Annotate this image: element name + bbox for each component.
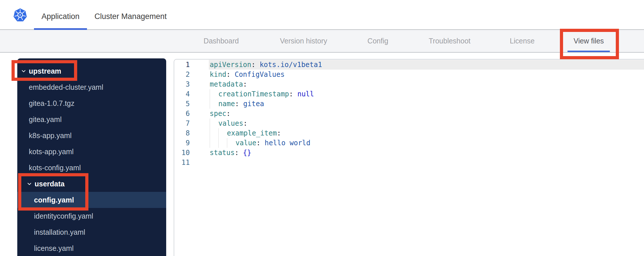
line-number: 5 — [174, 99, 209, 109]
kubernetes-logo — [13, 8, 27, 22]
yaml-key: apiVersion — [210, 61, 251, 69]
tree-item-label: installation.yaml — [34, 228, 85, 236]
tree-folder-userdata[interactable]: userdata — [17, 176, 166, 192]
line-number: 9 — [174, 138, 209, 148]
punctuation: : — [235, 100, 243, 108]
tree-file-license-yaml[interactable]: license.yaml — [17, 240, 166, 256]
header-tab-application[interactable]: Application — [34, 3, 87, 30]
indent-guide — [210, 119, 218, 128]
indent-guide — [210, 128, 218, 138]
tree-file-kots-config-yaml[interactable]: kots-config.yaml — [17, 160, 166, 176]
chevron-down-icon — [27, 181, 32, 186]
line-number: 7 — [174, 119, 209, 128]
header-tab-bar: ApplicationCluster Management — [34, 3, 174, 30]
tree-item-label: gitea.yaml — [29, 115, 62, 124]
code-line[interactable]: 10status: {} — [174, 148, 644, 158]
tree-file-installation-yaml[interactable]: installation.yaml — [17, 224, 166, 240]
tree-file-gitea-1-0-7-tgz[interactable]: gitea-1.0.7.tgz — [17, 95, 166, 111]
code-line[interactable]: 3metadata: — [174, 79, 644, 89]
nav-tab-dashboard[interactable]: Dashboard — [198, 30, 245, 52]
code-line-content: spec: — [209, 109, 644, 119]
tree-file-config-yaml[interactable]: config.yaml — [17, 192, 166, 208]
punctuation: : — [243, 80, 247, 88]
yaml-key: value — [236, 139, 256, 147]
tree-item-label: gitea-1.0.7.tgz — [29, 99, 74, 108]
file-tree-sidebar: upstreamembedded-cluster.yamlgitea-1.0.7… — [17, 58, 166, 256]
tree-file-k8s-app-yaml[interactable]: k8s-app.yaml — [17, 127, 166, 144]
code-line-content: metadata: — [209, 79, 644, 89]
file-viewer-editor[interactable]: 1apiVersion: kots.io/v1beta12kind: Confi… — [174, 59, 644, 256]
nav-tab-license[interactable]: License — [504, 30, 541, 52]
line-number: 4 — [174, 89, 209, 99]
indent-guide — [218, 138, 227, 148]
code-line[interactable]: 6spec: — [174, 109, 644, 119]
tree-file-kots-app-yaml[interactable]: kots-app.yaml — [17, 144, 166, 160]
code-line[interactable]: 1apiVersion: kots.io/v1beta1 — [174, 60, 644, 70]
nav-tab-troubleshoot[interactable]: Troubleshoot — [423, 30, 477, 52]
code-line-content: status: {} — [209, 148, 644, 158]
code-line[interactable]: 11 — [174, 158, 644, 167]
yaml-key: spec — [210, 110, 226, 118]
code-line[interactable]: 5name: gitea — [174, 99, 644, 109]
indent-guide — [227, 138, 236, 148]
app-header: ApplicationCluster Management — [0, 0, 644, 30]
yaml-key: values — [218, 119, 243, 127]
code-line-content: apiVersion: kots.io/v1beta1 — [209, 60, 644, 70]
yaml-value: ConfigValues — [235, 70, 285, 79]
tree-item-label: identityconfig.yaml — [34, 212, 93, 220]
code-line-content: kind: ConfigValues — [209, 70, 644, 79]
yaml-value: kots.io/v1beta1 — [260, 61, 322, 69]
indent-guide — [218, 128, 227, 138]
code-line-content — [209, 158, 644, 167]
line-number: 3 — [174, 79, 209, 89]
code-line[interactable]: 7values: — [174, 119, 644, 128]
yaml-key: status — [210, 149, 235, 157]
tree-file-embedded-cluster-yaml[interactable]: embedded-cluster.yaml — [17, 79, 166, 95]
tree-item-label: license.yaml — [34, 244, 74, 253]
yaml-value: hello world — [265, 139, 310, 147]
punctuation: : — [251, 61, 260, 69]
code-line[interactable]: 9value: hello world — [174, 138, 644, 148]
tree-item-label: embedded-cluster.yaml — [29, 83, 103, 91]
yaml-key: example_item — [227, 129, 277, 137]
code-line-content: values: — [209, 119, 644, 128]
line-number: 10 — [174, 148, 209, 158]
nav-tab-view-files[interactable]: View files — [567, 30, 610, 52]
line-number: 6 — [174, 109, 209, 119]
yaml-value: gitea — [243, 100, 264, 108]
punctuation: : — [226, 110, 230, 118]
line-number: 8 — [174, 128, 209, 138]
tree-item-label: config.yaml — [34, 196, 74, 204]
tree-item-label: k8s-app.yaml — [29, 131, 72, 140]
yaml-atom: {} — [243, 149, 251, 157]
code-line[interactable]: 4creationTimestamp: null — [174, 89, 644, 99]
punctuation: : — [289, 90, 298, 98]
indent-guide — [210, 89, 218, 99]
tree-file-identityconfig-yaml[interactable]: identityconfig.yaml — [17, 208, 166, 224]
code-line-content: name: gitea — [209, 99, 644, 109]
yaml-key: kind — [210, 70, 226, 79]
tree-folder-upstream[interactable]: upstream — [17, 63, 166, 79]
code-line-content: example_item: — [209, 128, 644, 138]
line-number: 11 — [174, 158, 209, 167]
tree-item-label: kots-config.yaml — [29, 164, 81, 172]
indent-guide — [210, 99, 218, 109]
yaml-code-block: 1apiVersion: kots.io/v1beta12kind: Confi… — [174, 60, 644, 167]
tree-item-label: upstream — [29, 67, 61, 75]
nav-tab-version-history[interactable]: Version history — [274, 30, 333, 52]
chevron-down-icon — [21, 68, 26, 74]
nav-tab-config[interactable]: Config — [361, 30, 394, 52]
code-line[interactable]: 8example_item: — [174, 128, 644, 138]
app-nav-bar: DashboardVersion historyConfigTroublesho… — [0, 30, 644, 53]
header-tab-cluster-management[interactable]: Cluster Management — [87, 3, 174, 30]
line-number: 2 — [174, 70, 209, 79]
line-number: 1 — [174, 60, 209, 70]
yaml-atom: null — [297, 90, 314, 98]
indent-guide — [210, 138, 218, 148]
tree-file-gitea-yaml[interactable]: gitea.yaml — [17, 111, 166, 127]
tree-item-label: kots-app.yaml — [29, 148, 74, 156]
punctuation: : — [226, 70, 235, 79]
tree-item-label: userdata — [35, 180, 65, 188]
code-line[interactable]: 2kind: ConfigValues — [174, 70, 644, 79]
yaml-key: metadata — [210, 80, 243, 88]
